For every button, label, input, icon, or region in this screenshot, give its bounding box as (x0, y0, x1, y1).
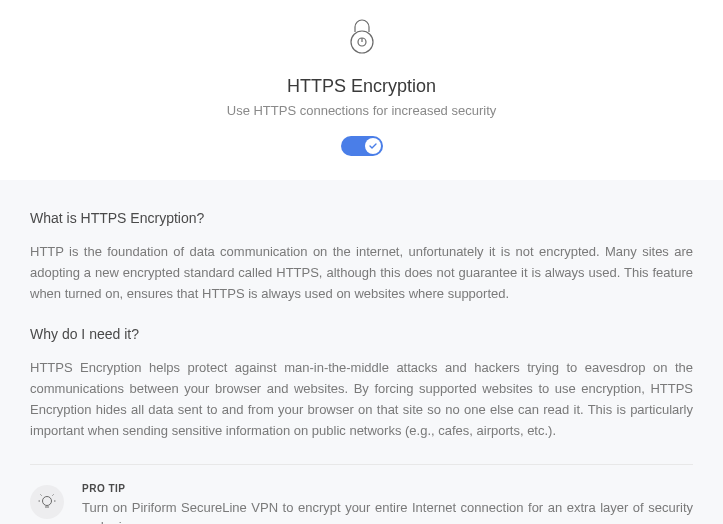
lock-icon (347, 18, 377, 58)
lightbulb-icon (30, 485, 64, 519)
section-text-why: HTTPS Encryption helps protect against m… (30, 358, 693, 441)
header-section: HTTPS Encryption Use HTTPS connections f… (0, 0, 723, 180)
page-subtitle: Use HTTPS connections for increased secu… (0, 103, 723, 118)
content-section: What is HTTPS Encryption? HTTP is the fo… (0, 180, 723, 524)
page-title: HTTPS Encryption (0, 76, 723, 97)
protip-row: PRO TIP Turn on Piriform SecureLine VPN … (30, 483, 693, 524)
svg-line-8 (53, 494, 54, 495)
protip-label: PRO TIP (82, 483, 693, 494)
svg-line-7 (41, 494, 42, 495)
https-toggle[interactable] (341, 136, 383, 156)
divider (30, 464, 693, 465)
protip-text: Turn on Piriform SecureLine VPN to encry… (82, 498, 693, 524)
section-heading-why: Why do I need it? (30, 326, 693, 342)
svg-point-3 (43, 496, 52, 505)
section-text-what: HTTP is the foundation of data communica… (30, 242, 693, 304)
toggle-knob (365, 138, 381, 154)
section-heading-what: What is HTTPS Encryption? (30, 210, 693, 226)
protip-content: PRO TIP Turn on Piriform SecureLine VPN … (82, 483, 693, 524)
